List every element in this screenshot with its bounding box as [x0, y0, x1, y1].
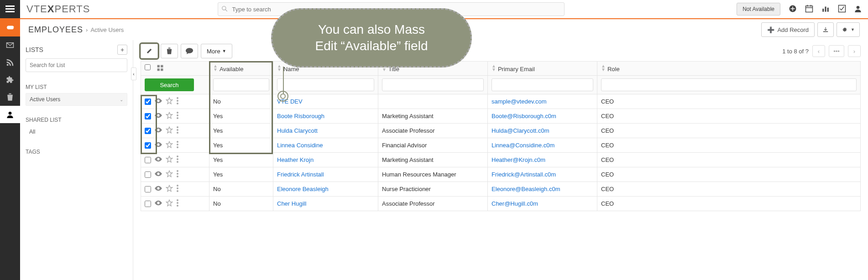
star-icon[interactable]	[166, 170, 173, 179]
cell-name[interactable]: Heather Krojn	[277, 156, 314, 163]
search-input[interactable]	[218, 2, 565, 16]
logo-post: PERTS	[54, 3, 90, 15]
import-button[interactable]	[817, 22, 834, 37]
row-checkbox[interactable]	[145, 99, 151, 105]
plus-circle-icon[interactable]	[789, 5, 797, 14]
add-list-button[interactable]: +	[117, 45, 127, 55]
row-checkbox[interactable]	[145, 186, 151, 192]
pager-next[interactable]: ›	[848, 45, 861, 57]
pager-jump[interactable]: •••	[829, 45, 844, 57]
sidebar-collapse-button[interactable]: ‹	[131, 67, 136, 80]
star-icon[interactable]	[166, 97, 173, 106]
wrench-icon[interactable]	[0, 18, 20, 36]
more-dropdown[interactable]: More ▼	[201, 44, 232, 58]
cell-email[interactable]: Cher@Hugill.c0m	[492, 200, 538, 207]
kebab-icon[interactable]	[177, 141, 178, 150]
eye-icon[interactable]	[155, 142, 162, 149]
search-button[interactable]: Search	[145, 78, 194, 91]
header-title[interactable]: ▲▼Title	[378, 62, 488, 76]
cell-email[interactable]: Linnea@Considine.c0m	[492, 142, 554, 149]
star-icon[interactable]	[166, 141, 173, 150]
puzzle-icon[interactable]	[0, 71, 20, 88]
my-list-item[interactable]: Active Users ⌄	[26, 93, 127, 106]
row-checkbox[interactable]	[145, 201, 151, 207]
shared-list-all[interactable]: All	[26, 126, 127, 138]
cell-email[interactable]: sample@vtedev.com	[492, 98, 547, 105]
chart-icon[interactable]	[821, 5, 830, 14]
select-all-checkbox[interactable]	[145, 64, 151, 70]
eye-icon[interactable]	[155, 171, 162, 178]
cell-name[interactable]: Friedrick Artinstall	[277, 171, 324, 178]
kebab-icon[interactable]	[177, 126, 178, 135]
kebab-icon[interactable]	[177, 112, 178, 120]
row-checkbox[interactable]	[145, 171, 151, 178]
kebab-icon[interactable]	[177, 185, 178, 193]
filter-available[interactable]	[213, 78, 269, 91]
cell-email[interactable]: Eleonore@Beasleigh.c0m	[492, 186, 560, 192]
header-email[interactable]: ▲▼Primary Email	[488, 62, 597, 76]
cell-title: Nurse Practicioner	[378, 182, 488, 197]
eye-icon[interactable]	[155, 113, 162, 119]
svg-point-49	[177, 205, 178, 207]
row-checkbox[interactable]	[145, 128, 151, 134]
svg-point-30	[177, 114, 178, 116]
cell-email[interactable]: Hulda@Clarycott.c0m	[492, 127, 549, 134]
rss-icon[interactable]	[0, 54, 20, 71]
eye-icon[interactable]	[155, 98, 162, 105]
calendar-icon[interactable]	[805, 5, 813, 14]
kebab-icon[interactable]	[177, 97, 178, 106]
mass-edit-button[interactable]	[141, 44, 158, 58]
cell-email[interactable]: Friedrick@Artinstall.c0m	[492, 171, 556, 178]
pager-prev[interactable]: ‹	[812, 45, 825, 57]
cell-name[interactable]: Linnea Considine	[277, 142, 323, 149]
eye-icon[interactable]	[155, 156, 162, 163]
trash-icon[interactable]	[0, 88, 20, 106]
comment-button[interactable]	[181, 44, 198, 58]
cell-name[interactable]: Boote Risborough	[277, 113, 324, 119]
row-checkbox[interactable]	[145, 113, 151, 119]
svg-point-38	[177, 156, 178, 157]
header-available[interactable]: ▲▼Available	[209, 62, 273, 76]
filter-role[interactable]	[601, 78, 857, 91]
star-icon[interactable]	[166, 156, 173, 164]
header-role[interactable]: ▲▼Role	[597, 62, 861, 76]
list-search-input[interactable]	[26, 58, 127, 72]
star-icon[interactable]	[166, 185, 173, 193]
breadcrumb-module[interactable]: EMPLOYEES	[28, 25, 83, 35]
check-square-icon[interactable]	[838, 5, 846, 14]
filter-title[interactable]	[382, 78, 484, 91]
settings-dropdown-button[interactable]: ▼	[837, 22, 860, 37]
delete-button[interactable]	[161, 44, 178, 58]
availability-pill[interactable]: Not Available	[737, 3, 780, 16]
kebab-icon[interactable]	[177, 156, 178, 164]
grid-view-toggle[interactable]	[157, 65, 163, 73]
hamburger-icon[interactable]	[0, 0, 20, 18]
kebab-icon[interactable]	[177, 199, 178, 208]
cell-name[interactable]: Cher Hugill	[277, 200, 306, 207]
filter-name[interactable]	[277, 78, 374, 91]
star-icon[interactable]	[166, 112, 173, 120]
add-record-button[interactable]: ➕ Add Record	[761, 22, 815, 37]
svg-line-7	[225, 10, 227, 11]
cell-name[interactable]: Hulda Clarycott	[277, 127, 318, 134]
header-name[interactable]: ▲▼Name	[273, 62, 378, 76]
row-checkbox[interactable]	[145, 157, 151, 163]
filter-email[interactable]	[492, 78, 593, 91]
person-icon[interactable]	[0, 106, 20, 123]
star-icon[interactable]	[166, 199, 173, 208]
user-icon[interactable]	[854, 5, 862, 14]
cell-email[interactable]: Heather@Krojn.c0m	[492, 156, 545, 163]
eye-icon[interactable]	[155, 127, 162, 134]
kebab-icon[interactable]	[177, 170, 178, 179]
svg-rect-22	[157, 65, 159, 67]
svg-point-45	[177, 187, 178, 189]
eye-icon[interactable]	[155, 200, 162, 207]
cell-name[interactable]: Eleonore Beasleigh	[277, 186, 329, 192]
row-checkbox[interactable]	[145, 142, 151, 149]
mail-icon[interactable]	[0, 36, 20, 54]
cell-email[interactable]: Boote@Risborough.c0m	[492, 113, 556, 119]
cell-name[interactable]: VTE DEV	[277, 98, 303, 105]
eye-icon[interactable]	[155, 186, 162, 192]
breadcrumb-sub[interactable]: Active Users	[90, 26, 124, 33]
star-icon[interactable]	[166, 126, 173, 135]
